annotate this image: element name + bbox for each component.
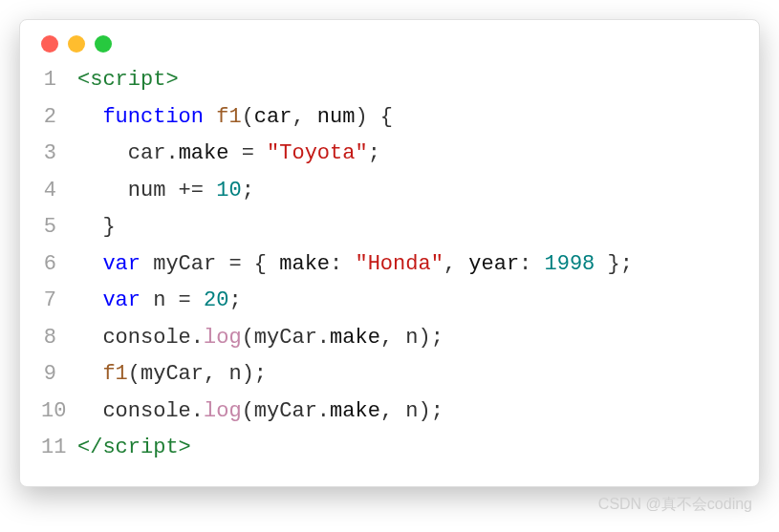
code-token: var — [102, 288, 141, 312]
line-content: num += 10; — [77, 173, 254, 210]
code-token: (myCar. — [242, 326, 330, 350]
code-token: 1998 — [545, 252, 595, 276]
code-line: 6 var myCar = { make: "Honda", year: 199… — [41, 246, 738, 284]
close-icon[interactable] — [41, 35, 58, 53]
line-content: f1(myCar, n); — [77, 356, 267, 394]
code-token: , — [444, 252, 468, 276]
line-content: console.log(myCar.make, n); — [77, 320, 444, 357]
code-line: 3 car.make = "Toyota"; — [41, 136, 738, 173]
code-token: ( — [242, 105, 254, 129]
traffic-lights — [20, 20, 759, 62]
code-line: 1<script> — [41, 62, 738, 99]
line-content: var myCar = { make: "Honda", year: 1998 … — [77, 246, 633, 284]
code-line: 4 num += 10; — [41, 173, 738, 210]
code-line: 8 console.log(myCar.make, n); — [41, 320, 738, 357]
line-number: 8 — [41, 320, 77, 357]
code-token: ; — [242, 179, 254, 202]
code-line: 2 function f1(car, num) { — [41, 99, 738, 137]
code-token: . — [165, 141, 178, 165]
code-token: make — [330, 326, 380, 350]
line-content: <script> — [77, 62, 179, 99]
line-number: 6 — [41, 246, 77, 284]
line-number: 5 — [41, 209, 77, 246]
code-window: 1<script>2 function f1(car, num) {3 car.… — [19, 19, 760, 487]
line-content: console.log(myCar.make, n); — [77, 394, 444, 431]
code-token: ; — [368, 141, 380, 165]
code-line: 10 console.log(myCar.make, n); — [41, 394, 738, 431]
code-token — [77, 362, 102, 386]
code-token: , n); — [380, 399, 444, 423]
code-token: , — [292, 105, 316, 129]
code-token — [204, 105, 216, 129]
code-token: car — [254, 105, 292, 129]
line-number: 7 — [41, 283, 77, 320]
code-token: console. — [77, 326, 204, 350]
line-number: 2 — [41, 99, 77, 137]
code-token: make — [279, 252, 330, 276]
code-token: (myCar, n); — [128, 362, 267, 386]
code-token: , n); — [380, 326, 444, 350]
code-token: f1 — [102, 362, 127, 386]
code-token: function — [102, 105, 204, 129]
code-token: num — [317, 105, 356, 129]
code-token: year — [468, 252, 519, 276]
code-token: (myCar. — [242, 399, 330, 423]
code-token: log — [204, 326, 242, 350]
code-token: "Toyota" — [267, 141, 368, 165]
code-token: "Honda" — [355, 252, 443, 276]
code-token: </script> — [77, 436, 191, 459]
code-token: 20 — [204, 288, 228, 312]
code-token: }; — [595, 252, 633, 276]
code-token: n = — [141, 288, 204, 312]
code-token: log — [204, 399, 242, 423]
line-content: function f1(car, num) { — [77, 99, 393, 137]
line-content: } — [77, 209, 116, 246]
line-content: var n = 20; — [77, 283, 242, 320]
maximize-icon[interactable] — [95, 35, 112, 53]
code-token: = — [228, 141, 267, 165]
code-token: ) { — [355, 105, 393, 129]
code-token: myCar = { — [141, 252, 279, 276]
minimize-icon[interactable] — [68, 35, 85, 53]
code-token: 10 — [216, 179, 241, 202]
code-line: 11</script> — [41, 430, 738, 467]
code-area: 1<script>2 function f1(car, num) {3 car.… — [20, 62, 759, 486]
code-token: make — [330, 399, 380, 423]
line-number: 10 — [41, 394, 77, 431]
line-number: 1 — [41, 62, 77, 99]
code-token: ; — [228, 288, 241, 312]
code-token: car — [77, 141, 165, 165]
code-token: : — [330, 252, 355, 276]
code-line: 5 } — [41, 209, 738, 246]
code-token: num += — [77, 179, 216, 202]
code-token: var — [102, 252, 141, 276]
code-token — [77, 288, 102, 312]
code-line: 9 f1(myCar, n); — [41, 356, 738, 394]
code-line: 7 var n = 20; — [41, 283, 738, 320]
code-token: : — [519, 252, 544, 276]
code-token: } — [77, 215, 116, 239]
code-token — [77, 252, 102, 276]
line-number: 3 — [41, 136, 77, 173]
code-token: f1 — [216, 105, 241, 129]
code-token: <script> — [77, 68, 179, 92]
code-token: make — [179, 141, 229, 165]
line-content: car.make = "Toyota"; — [77, 136, 380, 173]
watermark: CSDN @真不会coding — [598, 495, 752, 515]
code-token: console. — [77, 399, 204, 423]
code-token — [77, 105, 102, 129]
line-content: </script> — [77, 430, 191, 467]
line-number: 4 — [41, 173, 77, 210]
line-number: 9 — [41, 356, 77, 394]
line-number: 11 — [41, 430, 77, 467]
